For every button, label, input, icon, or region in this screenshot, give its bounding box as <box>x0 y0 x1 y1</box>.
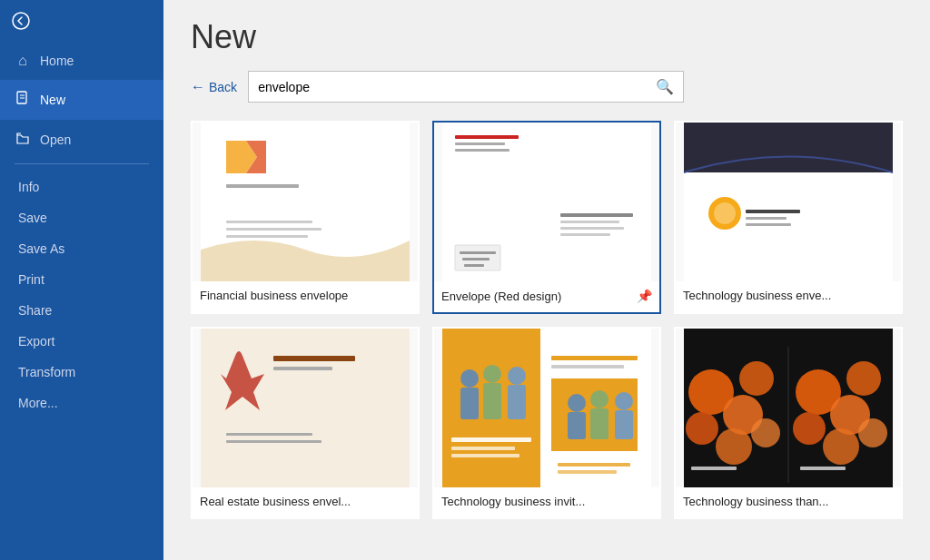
menu-item-more[interactable]: More... <box>0 388 163 418</box>
svg-point-59 <box>716 428 752 465</box>
svg-rect-48 <box>568 412 586 439</box>
svg-rect-26 <box>746 217 787 220</box>
template-caption-realestate: Real estate business envel... <box>193 487 418 517</box>
svg-rect-8 <box>226 235 308 238</box>
svg-point-65 <box>823 428 859 465</box>
template-thumb-tech-env <box>676 123 901 281</box>
svg-point-67 <box>846 361 881 396</box>
svg-point-66 <box>858 418 887 447</box>
template-thumb-tech-invite <box>434 329 659 487</box>
svg-rect-54 <box>558 470 617 474</box>
svg-rect-15 <box>560 227 624 230</box>
sidebar-item-new[interactable]: New <box>0 80 163 120</box>
main-content: New ← Back 🔍 <box>163 0 930 560</box>
svg-rect-18 <box>460 251 496 254</box>
page-title: New <box>191 18 903 56</box>
new-doc-icon <box>15 91 31 109</box>
svg-rect-52 <box>615 410 633 439</box>
svg-point-64 <box>793 412 826 445</box>
svg-rect-27 <box>746 223 791 226</box>
pin-icon[interactable]: 📌 <box>637 289 652 303</box>
svg-rect-32 <box>226 440 322 443</box>
svg-rect-29 <box>273 356 355 361</box>
back-button[interactable]: ← Back <box>191 79 237 95</box>
svg-point-39 <box>508 367 526 385</box>
template-card-realestate[interactable]: Real estate business envel... <box>191 327 420 519</box>
template-label-tech-env: Technology business enve... <box>683 289 831 302</box>
menu-item-export[interactable]: Export <box>0 326 163 357</box>
home-label: Home <box>40 54 74 68</box>
svg-point-58 <box>686 412 718 445</box>
template-card-tech-thanks[interactable]: Technology business than... <box>674 327 903 519</box>
template-caption-tech-thanks: Technology business than... <box>676 487 901 517</box>
svg-point-35 <box>460 369 479 388</box>
svg-point-37 <box>483 365 501 383</box>
back-navigation-button[interactable] <box>0 0 42 42</box>
template-label-red-design: Envelope (Red design) <box>441 290 561 303</box>
template-grid: Financial business envelope <box>191 121 903 519</box>
svg-rect-42 <box>451 447 515 450</box>
menu-item-save[interactable]: Save <box>0 202 163 233</box>
open-icon <box>15 131 31 149</box>
svg-rect-43 <box>451 454 519 457</box>
svg-rect-6 <box>226 221 312 223</box>
template-caption-red-design: Envelope (Red design) 📌 <box>434 281 659 312</box>
svg-rect-68 <box>691 467 737 470</box>
template-thumb-financial <box>193 123 418 281</box>
svg-point-0 <box>13 13 29 29</box>
template-label-tech-thanks: Technology business than... <box>683 495 828 508</box>
search-icon: 🔍 <box>656 79 674 94</box>
svg-point-49 <box>590 390 608 408</box>
svg-rect-13 <box>560 213 633 217</box>
template-card-tech-invite[interactable]: Technology business invit... <box>432 327 661 519</box>
menu-item-info[interactable]: Info <box>0 172 163 202</box>
template-caption-tech-invite: Technology business invit... <box>434 487 659 517</box>
nav-divider <box>15 163 149 164</box>
svg-rect-44 <box>551 356 638 360</box>
svg-rect-40 <box>508 385 526 419</box>
back-label: Back <box>209 80 237 94</box>
search-button[interactable]: 🔍 <box>647 72 683 102</box>
svg-rect-12 <box>455 149 510 152</box>
svg-rect-10 <box>455 135 519 139</box>
template-caption-financial: Financial business envelope <box>193 281 418 311</box>
menu-item-print[interactable]: Print <box>0 264 163 295</box>
svg-rect-41 <box>451 437 531 442</box>
svg-rect-19 <box>462 258 490 260</box>
svg-rect-28 <box>201 329 410 487</box>
svg-rect-38 <box>483 383 501 419</box>
svg-rect-45 <box>551 365 624 368</box>
search-input-wrap: 🔍 <box>248 71 684 103</box>
search-input[interactable] <box>249 74 647 101</box>
top-nav: ⌂ Home New Open <box>0 42 163 160</box>
svg-point-60 <box>751 418 780 447</box>
sidebar: ⌂ Home New Open In <box>0 0 163 560</box>
template-thumb-red-design <box>434 123 659 281</box>
svg-point-47 <box>568 394 586 412</box>
svg-rect-7 <box>226 228 322 231</box>
template-label-tech-invite: Technology business invit... <box>441 495 585 508</box>
svg-point-61 <box>739 361 774 396</box>
new-label: New <box>40 93 65 107</box>
menu-item-transform[interactable]: Transform <box>0 357 163 388</box>
template-label-financial: Financial business envelope <box>200 289 348 302</box>
menu-item-save-as[interactable]: Save As <box>0 233 163 264</box>
template-card-red-design[interactable]: Envelope (Red design) 📌 <box>432 121 661 314</box>
svg-rect-25 <box>746 210 800 213</box>
template-card-financial[interactable]: Financial business envelope <box>191 121 420 314</box>
sidebar-item-open[interactable]: Open <box>0 120 163 160</box>
svg-rect-53 <box>558 463 630 467</box>
menu-item-share[interactable]: Share <box>0 295 163 326</box>
svg-rect-30 <box>273 367 332 370</box>
open-label: Open <box>40 133 71 147</box>
template-card-tech-env[interactable]: Technology business enve... <box>674 121 903 314</box>
svg-rect-20 <box>464 264 484 267</box>
svg-point-24 <box>714 202 736 224</box>
svg-rect-36 <box>460 388 479 419</box>
sidebar-item-home[interactable]: ⌂ Home <box>0 42 163 80</box>
template-thumb-realestate <box>193 329 418 487</box>
template-caption-tech-env: Technology business enve... <box>676 281 901 311</box>
svg-rect-31 <box>226 433 312 436</box>
back-arrow-icon: ← <box>191 79 205 95</box>
svg-rect-50 <box>590 408 608 439</box>
